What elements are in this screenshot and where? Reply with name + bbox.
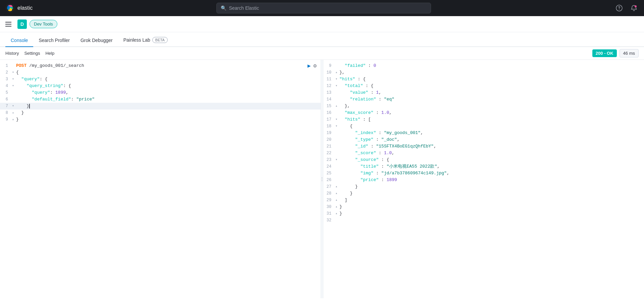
result-line-29: 29 ▴ ] <box>323 197 644 204</box>
result-line-15: 15 ▴ }, <box>323 103 644 110</box>
search-icon: 🔍 <box>221 5 226 11</box>
top-navigation: elastic 🔍 Search Elastic <box>0 0 644 16</box>
tab-bar: Console Search Profiler Grok Debugger Pa… <box>0 32 644 47</box>
tab-console[interactable]: Console <box>5 34 33 47</box>
help-icon[interactable] <box>614 3 624 13</box>
run-button[interactable]: ▶ <box>308 62 311 69</box>
sub-navigation: D Dev Tools <box>0 16 644 32</box>
help-button[interactable]: Help <box>45 49 54 57</box>
svg-point-6 <box>635 5 637 7</box>
editor-action-toolbar: ▶ ⚙ <box>308 62 317 69</box>
result-line-22: 22 "_score" : 1.0, <box>323 150 644 157</box>
hamburger-menu-button[interactable] <box>4 19 15 30</box>
result-line-28: 28 ▴ } <box>323 190 644 197</box>
global-search-bar[interactable]: 🔍 Search Elastic <box>216 3 431 13</box>
result-line-20: 20 "_type" : "_doc", <box>323 136 644 143</box>
result-line-9: 9 "failed" : 0 <box>323 62 644 69</box>
result-line-19: 19 "_index" : "my_goods_001", <box>323 130 644 136</box>
svg-point-4 <box>7 6 10 10</box>
result-line-16: 16 "max_score" : 1.0, <box>323 110 644 116</box>
editor-line-5: 5 "query": 1899, <box>0 89 321 96</box>
pane-divider[interactable]: ⋮ <box>321 60 323 298</box>
result-line-27: 27 ▴ } <box>323 183 644 190</box>
editor-line-9: 9 ▴ } <box>0 116 321 123</box>
editor-line-2: 2 ▾ { <box>0 69 321 76</box>
notification-icon[interactable] <box>629 3 639 13</box>
result-line-25: 25 "img" : "jd/a7b378609674c149.jpg", <box>323 170 644 177</box>
result-line-30: 30 ▴ } <box>323 204 644 210</box>
nav-icons <box>614 3 639 13</box>
result-line-26: 26 "price" : 1899 <box>323 177 644 183</box>
code-editor[interactable]: 1 POST /my_goods_001/_search 2 ▾ { 3 ▾ "… <box>0 60 321 126</box>
result-line-14: 14 "relation" : "eq" <box>323 96 644 103</box>
result-line-18: 18 ▾ { <box>323 123 644 130</box>
result-line-23: 23 ▾ "_source" : { <box>323 157 644 163</box>
result-line-17: 17 ▾ "hits" : [ <box>323 116 644 123</box>
editor-line-7: 7 ▾ } <box>0 103 321 110</box>
elastic-logo-icon <box>5 3 15 13</box>
tab-search-profiler[interactable]: Search Profiler <box>33 34 75 47</box>
result-line-13: 13 "value" : 1, <box>323 89 644 96</box>
editor-line-8: 8 ▴ } <box>0 110 321 116</box>
editor-line-4: 4 ▾ "query_string": { <box>0 83 321 89</box>
http-status-badge: 200 - OK <box>592 49 617 57</box>
result-line-10: 10 ▴ }, <box>323 69 644 76</box>
editor-toolbar: History Settings Help 200 - OK 46 ms <box>0 47 644 60</box>
result-line-24: 24 "title" : "小米电视EA55 2022款", <box>323 163 644 170</box>
history-button[interactable]: History <box>5 49 19 57</box>
result-line-31: 31 ▴ } <box>323 210 644 217</box>
result-line-11: 11 ▾ "hits" : { <box>323 76 644 83</box>
editor-line-1: 1 POST /my_goods_001/_search <box>0 62 321 69</box>
result-pane[interactable]: 9 "failed" : 0 10 ▴ }, 11 ▾ "hits" : { 1… <box>323 60 644 298</box>
main-content: ▶ ⚙ 1 POST /my_goods_001/_search 2 ▾ { 3… <box>0 60 644 298</box>
result-line-21: 21 "_id" : "15SFTX4BoEG1qzQhfEbY", <box>323 143 644 150</box>
elastic-logo[interactable]: elastic <box>5 3 33 13</box>
app-avatar: D <box>17 19 27 29</box>
status-badge-group: 200 - OK 46 ms <box>592 49 639 57</box>
wrench-icon[interactable]: ⚙ <box>313 62 317 69</box>
response-time-badge: 46 ms <box>620 49 639 57</box>
result-line-12: 12 ▾ "total" : { <box>323 83 644 89</box>
app-label[interactable]: Dev Tools <box>30 20 57 28</box>
editor-line-6: 6 "default_field": "price" <box>0 96 321 103</box>
result-code: 9 "failed" : 0 10 ▴ }, 11 ▾ "hits" : { 1… <box>323 60 644 226</box>
editor-pane[interactable]: ▶ ⚙ 1 POST /my_goods_001/_search 2 ▾ { 3… <box>0 60 321 298</box>
search-bar-wrapper: 🔍 Search Elastic <box>38 3 609 13</box>
elastic-brand-name: elastic <box>17 5 33 11</box>
tab-grok-debugger[interactable]: Grok Debugger <box>75 34 118 47</box>
editor-line-3: 3 ▾ "query": { <box>0 76 321 83</box>
result-line-32: 32 <box>323 217 644 224</box>
tab-painless-lab[interactable]: Painless Lab BETA <box>118 34 173 47</box>
search-placeholder: Search Elastic <box>229 5 259 11</box>
settings-button[interactable]: Settings <box>24 49 40 57</box>
beta-badge: BETA <box>152 37 168 43</box>
